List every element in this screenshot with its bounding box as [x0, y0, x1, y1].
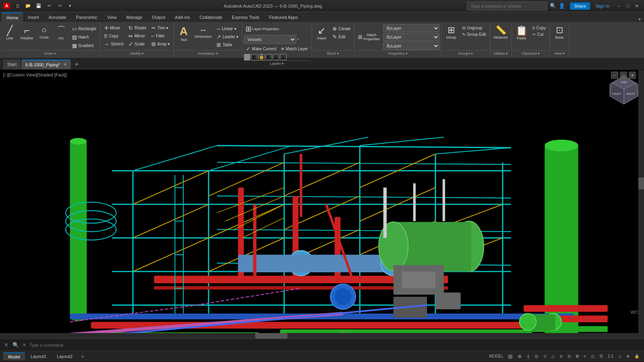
- paste-button[interactable]: 📋 Paste: [514, 24, 530, 42]
- window-minimize[interactable]: −: [615, 2, 623, 10]
- open-button[interactable]: 📂: [24, 2, 33, 10]
- status-osnap[interactable]: ⊙: [542, 353, 548, 359]
- move-button[interactable]: ✛Move: [102, 24, 126, 32]
- undo-button[interactable]: ↩: [45, 2, 54, 10]
- tab-model[interactable]: Model: [3, 352, 25, 360]
- tab-insert[interactable]: Insert: [23, 12, 44, 22]
- ribbon-toggle[interactable]: ▾: [638, 16, 641, 22]
- sign-in-link[interactable]: Sign In: [596, 4, 609, 8]
- layer-unisolate-icon[interactable]: ⊙: [280, 54, 287, 60]
- status-otrack[interactable]: ⊘: [558, 353, 564, 359]
- mirror-button[interactable]: ⇔Mirror: [126, 32, 148, 40]
- color-dropdown[interactable]: ByLayer Red White: [383, 24, 440, 32]
- array-button[interactable]: ⊞Array ▾: [149, 40, 172, 48]
- window-maximize[interactable]: □: [624, 2, 632, 10]
- status-snap[interactable]: ⊕: [516, 353, 523, 360]
- status-ortho[interactable]: ┼: [525, 353, 531, 360]
- status-3dosnap[interactable]: △: [550, 353, 556, 359]
- tab-view[interactable]: View: [102, 12, 122, 22]
- command-search[interactable]: 🔍: [12, 341, 20, 349]
- match-layer-button[interactable]: ≡Match Layer: [279, 45, 310, 53]
- tab-layout2[interactable]: Layout2: [52, 353, 77, 360]
- layer-visible-icon[interactable]: 👁: [251, 54, 258, 60]
- rectangle-button[interactable]: ▭Rectangle: [70, 25, 99, 33]
- tab-start[interactable]: Start: [3, 60, 21, 69]
- table-button[interactable]: ⊞Table: [215, 41, 240, 49]
- status-ws[interactable]: ⊕: [625, 353, 631, 359]
- copy-button[interactable]: ⎘Copy: [102, 32, 126, 40]
- tab-addins[interactable]: Add-ins: [170, 12, 195, 22]
- make-current-button[interactable]: ✓Make Current: [244, 45, 279, 53]
- status-scale[interactable]: 1:1: [606, 353, 615, 359]
- tab-annotate[interactable]: Annotate: [44, 12, 71, 22]
- tab-add-button[interactable]: +: [72, 60, 81, 69]
- qa-dropdown[interactable]: ▾: [66, 2, 74, 10]
- layer-dropdown[interactable]: Vessels Piping Structure: [244, 35, 296, 44]
- tab-layout1[interactable]: Layout1: [26, 353, 51, 360]
- stretch-button[interactable]: ↔Stretch: [102, 40, 126, 48]
- user-icon[interactable]: 👤: [559, 3, 565, 9]
- tab-parametric[interactable]: Parametric: [71, 12, 102, 22]
- status-polar[interactable]: ◎: [533, 353, 540, 360]
- status-ucs[interactable]: ⊟: [566, 353, 572, 359]
- tab-output[interactable]: Output: [147, 12, 170, 22]
- trim-button[interactable]: ✂Trim ▾: [149, 24, 172, 32]
- measure-button[interactable]: 📏 Measure: [492, 24, 510, 41]
- tab-express-tools[interactable]: Express Tools: [227, 12, 264, 22]
- command-cancel[interactable]: ✕: [3, 341, 9, 349]
- copy-clipboard-button[interactable]: ⎘Copy: [530, 25, 548, 31]
- tab-collaborate[interactable]: Collaborate: [195, 12, 227, 22]
- leader-button[interactable]: ↗Leader ▾: [215, 33, 240, 41]
- layer-dropdown-arrow[interactable]: ▾: [297, 37, 299, 41]
- insert-button[interactable]: ↙ Insert: [314, 24, 330, 42]
- fillet-button[interactable]: ⌐Fillet: [149, 32, 172, 40]
- linetype-dropdown[interactable]: ByLayer: [383, 33, 440, 41]
- line-button[interactable]: ╱ Line: [2, 24, 18, 42]
- layer-isolate-icon[interactable]: ◎: [273, 54, 279, 60]
- dimension-button[interactable]: ↔ Dimension: [192, 24, 214, 40]
- group-edit-button[interactable]: ✎Group Edit: [460, 31, 488, 37]
- new-button[interactable]: 🗋: [13, 2, 22, 10]
- hatch-button[interactable]: ▨Hatch: [70, 33, 99, 41]
- base-view-button[interactable]: ⊡ Base: [551, 24, 568, 41]
- save-button[interactable]: 💾: [34, 2, 43, 10]
- share-button[interactable]: Share: [570, 2, 590, 10]
- status-model[interactable]: MODEL: [487, 353, 505, 359]
- search-icon[interactable]: 🔍: [550, 3, 556, 9]
- layer-color-icon[interactable]: [244, 54, 250, 60]
- status-lwt[interactable]: ≡: [582, 353, 588, 359]
- text-button[interactable]: A Text: [175, 24, 192, 43]
- command-options[interactable]: ≡: [22, 341, 27, 349]
- layer-freeze-icon[interactable]: ❄: [266, 54, 272, 60]
- vertical-scrollbar[interactable]: [638, 70, 644, 339]
- viewport[interactable]: [−][Custom View][Shaded [Fast]] − □ ✕: [0, 70, 644, 339]
- group-button[interactable]: ⊞ Group: [443, 24, 459, 41]
- layer-properties-button[interactable]: ⊞ Layer Properties: [244, 24, 281, 34]
- polyline-button[interactable]: ⌐ Polyline: [19, 24, 35, 42]
- tab-home[interactable]: Home: [2, 12, 23, 22]
- tab-featured-apps[interactable]: Featured Apps: [264, 12, 303, 22]
- viewcube[interactable]: TOP RIGHT FRONT: [608, 74, 640, 106]
- redo-button[interactable]: ↪: [55, 2, 64, 10]
- circle-button[interactable]: ○ Circle: [36, 24, 52, 41]
- edit-block-button[interactable]: ✎Edit: [330, 33, 353, 41]
- lineweight-dropdown[interactable]: ByLayer: [383, 42, 440, 50]
- horizontal-scrollbar[interactable]: [0, 333, 638, 339]
- status-dynmode[interactable]: ⊠: [574, 353, 580, 359]
- status-transparency[interactable]: ◫: [589, 353, 596, 359]
- match-properties-button[interactable]: ≡ MatchProperties: [356, 32, 382, 42]
- tab-manage[interactable]: Manage: [122, 12, 147, 22]
- gradient-button[interactable]: ▦Gradient: [70, 42, 99, 49]
- ungroup-button[interactable]: ⊟Ungroup: [460, 25, 488, 31]
- status-qprops[interactable]: ☰: [598, 353, 605, 359]
- cut-button[interactable]: ✂Cut: [530, 31, 548, 37]
- tab-drawing-close[interactable]: ✕: [63, 62, 67, 67]
- add-layout-button[interactable]: +: [78, 352, 87, 361]
- create-block-button[interactable]: ⊕Create: [330, 25, 353, 33]
- window-close[interactable]: ✕: [633, 2, 641, 10]
- scale-button[interactable]: ⤢Scale: [126, 40, 148, 48]
- status-lock[interactable]: 🔒: [633, 353, 641, 359]
- rotate-button[interactable]: ↻Rotate: [126, 24, 148, 32]
- command-input[interactable]: [29, 343, 641, 348]
- status-grid[interactable]: ⊞: [506, 352, 514, 360]
